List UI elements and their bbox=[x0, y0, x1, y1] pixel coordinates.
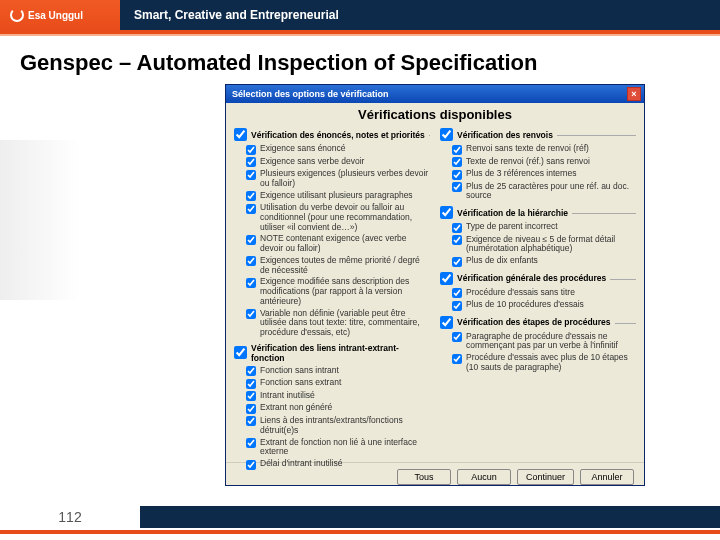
option-checkbox[interactable] bbox=[452, 354, 462, 364]
page-number: 112 bbox=[0, 506, 140, 528]
option-label: Exigences toutes de même priorité / degr… bbox=[260, 256, 430, 276]
group-checkbox-procedures[interactable] bbox=[440, 272, 453, 285]
dialog-body: Vérification des énoncés, notes et prior… bbox=[226, 124, 644, 462]
option-label: Renvoi sans texte de renvoi (réf) bbox=[466, 144, 636, 154]
option-checkbox[interactable] bbox=[452, 288, 462, 298]
option-checkbox[interactable] bbox=[246, 391, 256, 401]
option-checkbox[interactable] bbox=[452, 145, 462, 155]
group-header-renvois: Vérification des renvois bbox=[440, 128, 636, 141]
checkbox-row: Procédure d'essais sans titre bbox=[440, 287, 636, 300]
logo-swirl-icon bbox=[10, 8, 24, 22]
option-label: Intrant inutilisé bbox=[260, 391, 430, 401]
option-label: Exigence utilisant plusieurs paragraphes bbox=[260, 191, 430, 201]
option-checkbox[interactable] bbox=[246, 204, 256, 214]
checkbox-row: NOTE contenant exigence (avec verbe devo… bbox=[234, 233, 430, 255]
group-divider bbox=[615, 323, 636, 324]
group-label-renvois: Vérification des renvois bbox=[457, 130, 553, 140]
group-checkbox-enonces[interactable] bbox=[234, 128, 247, 141]
option-checkbox[interactable] bbox=[246, 438, 256, 448]
side-decoration bbox=[0, 140, 80, 300]
option-label: Type de parent incorrect bbox=[466, 222, 636, 232]
option-checkbox[interactable] bbox=[246, 278, 256, 288]
checkbox-row: Plus de 3 références internes bbox=[440, 168, 636, 181]
option-checkbox[interactable] bbox=[246, 309, 256, 319]
checkbox-row: Extrant non généré bbox=[234, 402, 430, 415]
option-label: Procédure d'essais sans titre bbox=[466, 288, 636, 298]
option-label: Fonction sans intrant bbox=[260, 366, 430, 376]
option-checkbox[interactable] bbox=[452, 182, 462, 192]
dialog-title: Sélection des options de vérification bbox=[232, 89, 389, 99]
option-checkbox[interactable] bbox=[452, 332, 462, 342]
option-label: NOTE contenant exigence (avec verbe devo… bbox=[260, 234, 430, 254]
option-checkbox[interactable] bbox=[246, 416, 256, 426]
dialog-titlebar[interactable]: Sélection des options de vérification × bbox=[226, 85, 644, 103]
checkbox-row: Paragraphe de procédure d'essais ne comm… bbox=[440, 331, 636, 353]
checkbox-row: Renvoi sans texte de renvoi (réf) bbox=[440, 143, 636, 156]
group-items-procedures: Procédure d'essais sans titrePlus de 10 … bbox=[440, 287, 636, 312]
checkbox-row: Extrant de fonction non lié à une interf… bbox=[234, 437, 430, 459]
group-checkbox-etapes[interactable] bbox=[440, 316, 453, 329]
checkbox-row: Liens à des intrants/extrants/fonctions … bbox=[234, 415, 430, 437]
group-items-hierarchie: Type de parent incorrectExigence de nive… bbox=[440, 221, 636, 268]
option-label: Extrant non généré bbox=[260, 403, 430, 413]
group-checkbox-hierarchie[interactable] bbox=[440, 206, 453, 219]
group-checkbox-renvois[interactable] bbox=[440, 128, 453, 141]
group-header-hierarchie: Vérification de la hiérarchie bbox=[440, 206, 636, 219]
group-divider bbox=[557, 135, 636, 136]
option-checkbox[interactable] bbox=[452, 223, 462, 233]
option-checkbox[interactable] bbox=[452, 157, 462, 167]
option-checkbox[interactable] bbox=[452, 257, 462, 267]
option-checkbox[interactable] bbox=[246, 157, 256, 167]
option-checkbox[interactable] bbox=[246, 404, 256, 414]
option-checkbox[interactable] bbox=[452, 170, 462, 180]
slide-title: Genspec – Automated Inspection of Specif… bbox=[0, 36, 720, 84]
logo: Esa Unggul bbox=[0, 0, 120, 30]
aucun-button[interactable]: Aucun bbox=[457, 469, 511, 485]
verification-dialog: Sélection des options de vérification × … bbox=[225, 84, 645, 486]
option-label: Fonction sans extrant bbox=[260, 378, 430, 388]
group-divider bbox=[610, 279, 636, 280]
tous-button[interactable]: Tous bbox=[397, 469, 451, 485]
group-label-hierarchie: Vérification de la hiérarchie bbox=[457, 208, 568, 218]
option-checkbox[interactable] bbox=[246, 379, 256, 389]
option-label: Extrant de fonction non lié à une interf… bbox=[260, 438, 430, 458]
continuer-button[interactable]: Continuer bbox=[517, 469, 574, 485]
annuler-button[interactable]: Annuler bbox=[580, 469, 634, 485]
checkbox-row: Plusieurs exigences (plusieurs verbes de… bbox=[234, 168, 430, 190]
option-label: Procédure d'essais avec plus de 10 étape… bbox=[466, 353, 636, 373]
checkbox-row: Fonction sans intrant bbox=[234, 365, 430, 378]
option-checkbox[interactable] bbox=[246, 191, 256, 201]
checkbox-row: Texte de renvoi (réf.) sans renvoi bbox=[440, 156, 636, 169]
option-label: Utilisation du verbe devoir ou falloir a… bbox=[260, 203, 430, 232]
option-checkbox[interactable] bbox=[246, 235, 256, 245]
option-label: Exigence sans verbe devoir bbox=[260, 157, 430, 167]
option-checkbox[interactable] bbox=[246, 460, 256, 470]
checkbox-row: Exigence sans énoncé bbox=[234, 143, 430, 156]
checkbox-row: Exigence modifiée sans description des m… bbox=[234, 276, 430, 307]
right-column: Vérification des renvois Renvoi sans tex… bbox=[440, 124, 636, 462]
checkbox-row: Variable non définie (variable peut être… bbox=[234, 308, 430, 339]
option-label: Plusieurs exigences (plusieurs verbes de… bbox=[260, 169, 430, 189]
checkbox-row: Plus de 10 procédures d'essais bbox=[440, 299, 636, 312]
checkbox-row: Procédure d'essais avec plus de 10 étape… bbox=[440, 352, 636, 374]
option-checkbox[interactable] bbox=[452, 301, 462, 311]
group-header-etapes: Vérification des étapes de procédures bbox=[440, 316, 636, 329]
group-header-liens: Vérification des liens intrant-extrant-f… bbox=[234, 343, 430, 363]
option-label: Exigence de niveau ≤ 5 de format détail … bbox=[466, 235, 636, 255]
group-checkbox-liens[interactable] bbox=[234, 346, 247, 359]
option-checkbox[interactable] bbox=[246, 170, 256, 180]
footer-blue-bar bbox=[140, 506, 720, 528]
group-divider bbox=[429, 135, 430, 136]
group-items-enonces: Exigence sans énoncéExigence sans verbe … bbox=[234, 143, 430, 339]
option-checkbox[interactable] bbox=[246, 366, 256, 376]
group-items-liens: Fonction sans intrantFonction sans extra… bbox=[234, 365, 430, 471]
option-label: Plus de dix enfants bbox=[466, 256, 636, 266]
option-label: Délai d'intrant inutilisé bbox=[260, 459, 430, 469]
option-label: Plus de 10 procédures d'essais bbox=[466, 300, 636, 310]
option-checkbox[interactable] bbox=[452, 235, 462, 245]
option-checkbox[interactable] bbox=[246, 145, 256, 155]
checkbox-row: Exigence sans verbe devoir bbox=[234, 156, 430, 169]
close-button[interactable]: × bbox=[627, 87, 641, 101]
option-checkbox[interactable] bbox=[246, 256, 256, 266]
checkbox-row: Intrant inutilisé bbox=[234, 390, 430, 403]
